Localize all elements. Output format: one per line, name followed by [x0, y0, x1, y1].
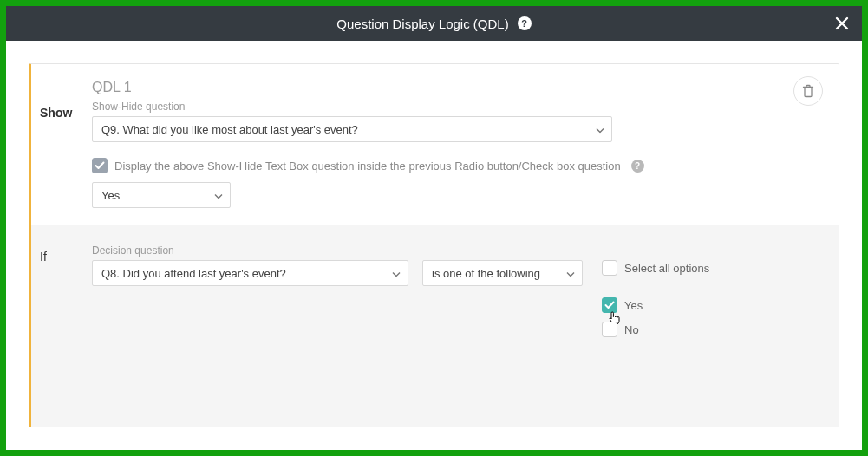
modal-header: Question Display Logic (QDL) ?: [6, 6, 862, 41]
chevron-down-icon: [214, 189, 223, 202]
chevron-down-icon: [392, 267, 401, 280]
annotated-frame: Question Display Logic (QDL) ? QDL 1 Sho…: [0, 0, 868, 456]
display-inside-label: Display the above Show-Hide Text Box que…: [114, 160, 621, 173]
check-icon: [604, 301, 615, 309]
chevron-down-icon: [596, 123, 604, 136]
show-section-label: Show-Hide question: [92, 101, 819, 113]
inline-value-select[interactable]: Yes: [92, 182, 231, 208]
if-section: If Decision question Q8. Did you attend …: [31, 225, 839, 427]
select-all-label: Select all options: [624, 262, 709, 275]
option-no-label: No: [624, 323, 639, 336]
chevron-down-icon: [566, 267, 575, 280]
inline-value: Yes: [101, 189, 120, 202]
modal-title: Question Display Logic (QDL): [336, 16, 508, 31]
decision-question-select[interactable]: Q8. Did you attend last year's event?: [92, 260, 408, 286]
show-question-value: Q9. What did you like most about last ye…: [101, 123, 358, 136]
qdl-title: QDL 1: [92, 80, 819, 95]
delete-qdl-button[interactable]: [793, 76, 823, 106]
close-button[interactable]: [834, 16, 850, 31]
options-column: Select all options Yes: [597, 260, 819, 346]
trash-icon: [802, 84, 814, 98]
help-icon[interactable]: ?: [518, 16, 532, 30]
condition-value: is one of the following: [432, 267, 540, 280]
show-row-label: Show: [40, 101, 92, 120]
decision-question-value: Q8. Did you attend last year's event?: [101, 267, 286, 280]
if-row-label: If: [40, 244, 92, 264]
option-no-checkbox[interactable]: [602, 322, 617, 337]
display-inside-checkbox[interactable]: [92, 158, 108, 173]
show-question-select[interactable]: Q9. What did you like most about last ye…: [92, 116, 612, 142]
if-section-label: Decision question: [92, 244, 819, 257]
option-yes-checkbox[interactable]: [602, 297, 617, 313]
option-row: Yes: [602, 297, 819, 313]
condition-select[interactable]: is one of the following: [422, 260, 583, 286]
help-icon[interactable]: ?: [631, 160, 644, 173]
option-yes-label: Yes: [624, 299, 643, 312]
modal-body: QDL 1 Show Show-Hide question Q9. What d…: [6, 41, 862, 450]
select-all-checkbox[interactable]: [602, 260, 617, 276]
qdl-card: QDL 1 Show Show-Hide question Q9. What d…: [29, 63, 839, 427]
option-row: No: [602, 322, 819, 337]
check-icon: [95, 161, 105, 170]
show-section: QDL 1 Show Show-Hide question Q9. What d…: [31, 64, 839, 225]
close-icon: [834, 16, 850, 31]
